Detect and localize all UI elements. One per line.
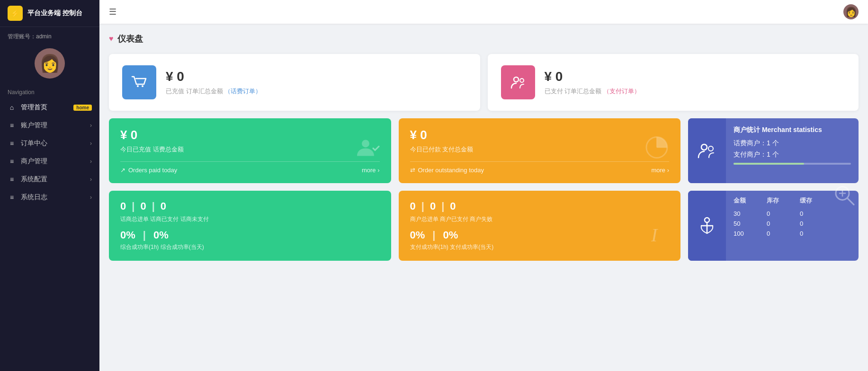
sidebar-item-account[interactable]: ≡ 账户管理 › bbox=[0, 116, 99, 134]
recharge-today-footer: ↗ Orders paid today more › bbox=[120, 161, 380, 174]
menu-toggle-icon[interactable]: ☰ bbox=[109, 7, 116, 17]
merchant-info: 商户统计 Merchant statistics 话费商户：1 个 支付商户：1… bbox=[726, 118, 859, 183]
svg-point-0 bbox=[137, 85, 139, 87]
middle-cards-row: ¥ 0 今日已充值 话费总金额 ↗ Orders paid today more… bbox=[109, 118, 859, 183]
sidebar-item-label-home: 管理首页 bbox=[21, 103, 47, 112]
pay-rate-row: 0% | 0% I bbox=[410, 229, 670, 241]
recharge-desc-text: 已充值 订单汇总金额 bbox=[166, 88, 223, 95]
rate-sep2: | bbox=[432, 229, 435, 241]
paid-amount: ¥ 0 bbox=[545, 69, 846, 84]
chevron-icon-log: › bbox=[90, 194, 92, 201]
sidebar-item-home[interactable]: ⌂ 管理首页 home bbox=[0, 98, 99, 116]
recharge-rate1: 0% bbox=[120, 229, 135, 241]
row1-amount: 50 bbox=[734, 220, 752, 227]
chevron-icon-merchant: › bbox=[90, 158, 92, 165]
recharge-unpaid: 0 bbox=[161, 200, 166, 212]
sidebar-item-label-log: 系统日志 bbox=[21, 193, 47, 202]
sep2: | bbox=[152, 200, 155, 212]
merchant-progress-bar bbox=[734, 163, 851, 165]
row1-stock: 0 bbox=[767, 220, 786, 227]
merchant-stat-recharge: 话费商户：1 个 bbox=[734, 139, 851, 148]
merchant-users-icon bbox=[697, 141, 717, 161]
dashboard-title: 仪表盘 bbox=[117, 33, 143, 44]
swap-icon: ⇄ bbox=[410, 167, 415, 174]
pay-stats-card: 0 | 0 | 0 商户总进单 商户已支付 商户失败 0% | 0% bbox=[399, 191, 681, 261]
merchant-stat-pay: 支付商户：1 个 bbox=[734, 150, 851, 159]
system-icon: ≡ bbox=[8, 175, 16, 184]
svg-text:I: I bbox=[651, 224, 658, 246]
pay-today-footer: ⇄ Order outstanding today more › bbox=[410, 161, 670, 174]
sidebar-item-label-merchant: 商户管理 bbox=[21, 157, 47, 166]
row0-stock: 0 bbox=[767, 210, 786, 217]
sidebar-item-log[interactable]: ≡ 系统日志 › bbox=[0, 188, 99, 206]
svg-point-8 bbox=[701, 144, 707, 150]
svg-point-2 bbox=[514, 77, 519, 82]
home-icon: ⌂ bbox=[8, 103, 16, 112]
trend-up-icon: ↗ bbox=[120, 167, 125, 174]
heart-icon: ♥ bbox=[109, 35, 114, 43]
pay-rate-label: 支付成功率(1h) 支付成功率(当天) bbox=[410, 243, 670, 251]
merchant-stats-title: 商户统计 Merchant statistics bbox=[734, 126, 851, 134]
account-icon: ≡ bbox=[8, 121, 16, 130]
cart-icon bbox=[130, 73, 149, 92]
pay-failed: 0 bbox=[450, 200, 456, 212]
svg-line-11 bbox=[847, 198, 854, 204]
page-title: ♥ 仪表盘 bbox=[109, 33, 859, 44]
recharge-total: 0 bbox=[120, 200, 126, 212]
recharge-today-value: ¥ 0 bbox=[120, 128, 380, 142]
sep1: | bbox=[132, 200, 134, 212]
recharge-rate2: 0% bbox=[153, 229, 169, 241]
sidebar-header: ⚡ 平台业务端 控制台 bbox=[0, 0, 99, 27]
magnify-bg-icon bbox=[832, 183, 857, 209]
sidebar-item-label-system: 系统配置 bbox=[21, 175, 47, 184]
dashboard-content: ♥ 仪表盘 ¥ 0 已充值 订单汇总金额 （话费订单） bbox=[99, 24, 868, 278]
row1-cache: 0 bbox=[800, 220, 819, 227]
nav-section-label: Navigation bbox=[0, 84, 99, 98]
svg-point-9 bbox=[708, 146, 713, 151]
pay-today-more[interactable]: more › bbox=[651, 167, 669, 174]
sep3: | bbox=[421, 200, 424, 212]
recharge-icon-box bbox=[122, 65, 156, 99]
pay-rate2: 0% bbox=[443, 229, 458, 241]
paid-desc-highlight: （支付订单） bbox=[603, 88, 640, 95]
sidebar-item-order[interactable]: ≡ 订单中心 › bbox=[0, 134, 99, 152]
table-row-1: 50 0 0 bbox=[734, 219, 851, 229]
chevron-icon: › bbox=[90, 122, 92, 129]
recharge-paid: 0 bbox=[140, 200, 146, 212]
recharge-desc: 已充值 订单汇总金额 （话费订单） bbox=[166, 87, 467, 96]
pay-stats-sublabel: 商户总进单 商户已支付 商户失败 bbox=[410, 215, 670, 223]
paid-desc: 已支付 订单汇总金额 （支付订单） bbox=[545, 87, 846, 96]
users-icon bbox=[509, 73, 528, 92]
recharge-today-footer-text: Orders paid today bbox=[128, 167, 177, 174]
row0-amount: 30 bbox=[734, 210, 752, 217]
recharge-today-more[interactable]: more › bbox=[362, 167, 380, 174]
order-icon: ≡ bbox=[8, 139, 16, 148]
merchant-icon-box bbox=[688, 118, 726, 183]
merchant-stats-card: 商户统计 Merchant statistics 话费商户：1 个 支付商户：1… bbox=[688, 118, 859, 183]
pay-today-value: ¥ 0 bbox=[410, 128, 670, 142]
log-icon: ≡ bbox=[8, 193, 16, 202]
table-row-0: 30 0 0 bbox=[734, 209, 851, 219]
recharge-stats-card: 0 | 0 | 0 话商总进单 话商已支付 话商未支付 0% | 0% bbox=[109, 191, 391, 261]
anchor-icon bbox=[697, 215, 717, 236]
col-amount: 金额 bbox=[734, 196, 752, 205]
recharge-desc-highlight: （话费订单） bbox=[224, 88, 261, 95]
col-stock: 库存 bbox=[767, 196, 786, 205]
col-cache: 缓存 bbox=[800, 196, 819, 205]
bottom-cards-row: 0 | 0 | 0 话商总进单 话商已支付 话商未支付 0% | 0% bbox=[109, 191, 859, 261]
row2-stock: 0 bbox=[767, 230, 786, 237]
recharge-today-card: ¥ 0 今日已充值 话费总金额 ↗ Orders paid today more… bbox=[109, 118, 391, 183]
main-content: ☰ 👩 ♥ 仪表盘 bbox=[99, 0, 868, 371]
sep4: | bbox=[441, 200, 444, 212]
pay-today-footer-text: Order outstanding today bbox=[418, 167, 484, 174]
sidebar-item-system[interactable]: ≡ 系统配置 › bbox=[0, 170, 99, 188]
anchor-icon-box bbox=[688, 191, 726, 261]
table-row-2: 100 0 0 bbox=[734, 229, 851, 238]
recharge-amount: ¥ 0 bbox=[166, 69, 467, 84]
topbar-avatar[interactable]: 👩 bbox=[843, 4, 859, 19]
recharge-today-label: 今日已充值 话费总金额 bbox=[120, 145, 380, 154]
sidebar-item-merchant[interactable]: ≡ 商户管理 › bbox=[0, 152, 99, 170]
topbar: ☰ 👩 bbox=[99, 0, 868, 24]
merchant-bar-fill bbox=[734, 163, 804, 165]
home-badge: home bbox=[73, 105, 92, 111]
